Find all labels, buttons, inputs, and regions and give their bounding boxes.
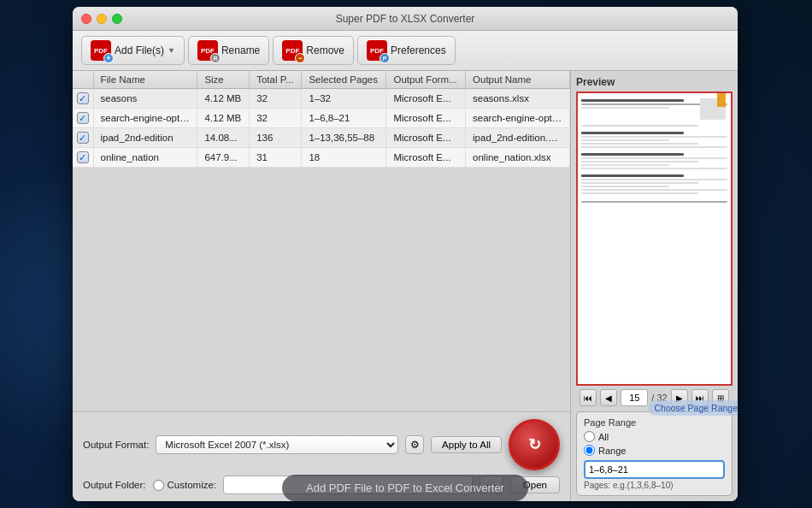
add-files-button[interactable]: PDF Add File(s) ▼: [81, 36, 185, 65]
convert-button[interactable]: ↻: [509, 419, 560, 470]
preview-line-2: [581, 107, 669, 109]
output-format-label: Output Format:: [83, 440, 149, 450]
row-output-format: Microsoft E...: [386, 128, 466, 148]
row-size: 14.08...: [197, 128, 250, 148]
last-page-button[interactable]: ⏭: [691, 389, 709, 406]
toolbar: PDF Add File(s) ▼ PDF Rename PDF Remove …: [73, 31, 738, 71]
rename-label: Rename: [221, 44, 260, 56]
col-size: Size: [197, 71, 250, 89]
col-filename: File Name: [93, 71, 197, 89]
preview-label: Preview: [576, 76, 733, 88]
row-checkbox-cell: ✓: [73, 148, 93, 168]
preview-line-footer: [581, 201, 727, 203]
output-format-row: Output Format: Microsoft Excel 2007 (*.x…: [83, 419, 560, 470]
row-selected-pages: 1–32: [302, 89, 386, 109]
apply-to-all-button[interactable]: Apply to All: [431, 436, 502, 453]
row-checkbox[interactable]: ✓: [77, 112, 89, 124]
row-checkbox-cell: ✓: [73, 109, 93, 128]
row-size: 4.12 MB: [197, 89, 250, 109]
remove-icon: PDF: [282, 40, 303, 61]
row-selected-pages: 18: [302, 148, 386, 168]
close-button[interactable]: [81, 14, 91, 24]
file-table: File Name Size Total P... Selected Pages…: [73, 71, 570, 411]
row-checkbox[interactable]: ✓: [77, 132, 89, 144]
preview-line-4: [581, 136, 727, 138]
page-total: / 32: [651, 393, 667, 403]
maximize-button[interactable]: [112, 14, 122, 24]
preview-line-14: [581, 186, 669, 187]
file-table-body: ✓ seasons 4.12 MB 32 1–32 Microsoft E...…: [73, 89, 570, 168]
add-pdf-button[interactable]: Add PDF File to PDF to Excel Converter: [282, 475, 528, 501]
add-files-label: Add File(s): [115, 44, 164, 56]
preview-line-6: [581, 143, 698, 145]
preferences-icon: PDF: [367, 40, 387, 61]
prev-page-button[interactable]: ◀: [600, 389, 617, 406]
row-output-name: ipad_2nd-edition.xls...: [466, 128, 570, 148]
preferences-button[interactable]: PDF Preferences: [357, 36, 456, 65]
remove-button[interactable]: PDF Remove: [273, 36, 354, 65]
row-selected-pages: 1–13,36,55–88: [302, 128, 386, 148]
row-checkbox-cell: ✓: [73, 128, 93, 148]
preview-line-12: [581, 179, 727, 180]
traffic-lights: [81, 14, 122, 24]
row-checkbox[interactable]: ✓: [77, 151, 89, 163]
row-output-format: Microsoft E...: [386, 89, 466, 109]
preview-page-content: [578, 93, 731, 384]
left-panel: File Name Size Total P... Selected Pages…: [73, 71, 571, 501]
first-page-button[interactable]: ⏮: [580, 389, 597, 406]
preview-line-7: [581, 146, 727, 148]
titlebar: Super PDF to XLSX Converter: [73, 7, 738, 31]
all-radio[interactable]: [584, 431, 595, 442]
preview-line-10: [581, 164, 669, 166]
row-output-name: online_nation.xlsx: [466, 148, 570, 168]
preview-line-15: [581, 189, 727, 191]
row-total-pages: 32: [250, 109, 302, 128]
col-output-name: Output Name: [466, 71, 570, 89]
row-checkbox-cell: ✓: [73, 89, 93, 109]
minimize-button[interactable]: [97, 14, 107, 24]
preview-line-9: [581, 161, 698, 162]
range-label: Range: [598, 446, 626, 456]
page-number-input[interactable]: [621, 389, 648, 406]
bottom-bar: Add PDF File to PDF to Excel Converter: [73, 468, 738, 508]
row-size: 647.9...: [197, 148, 250, 168]
main-content: File Name Size Total P... Selected Pages…: [73, 71, 738, 501]
col-checkbox: [73, 71, 93, 89]
preview-line-8: [581, 157, 727, 159]
table-row[interactable]: ✓ online_nation 647.9... 31 18 Microsoft…: [73, 148, 570, 168]
row-output-name: seasons.xlsx: [466, 89, 570, 109]
preview-line-13: [581, 182, 698, 184]
right-panel: Preview: [571, 71, 738, 501]
row-output-name: search-engine-optim...: [466, 109, 570, 128]
table-row[interactable]: ✓ search-engine-optim... 4.12 MB 32 1–6,…: [73, 109, 570, 128]
window-title: Super PDF to XLSX Converter: [336, 13, 475, 25]
preview-line-5: [581, 139, 669, 141]
preferences-label: Preferences: [391, 44, 446, 56]
files-table: File Name Size Total P... Selected Pages…: [73, 71, 570, 168]
preview-line-11: [581, 168, 727, 169]
next-page-button[interactable]: ▶: [671, 389, 688, 406]
table-row[interactable]: ✓ ipad_2nd-edition 14.08... 136 1–13,36,…: [73, 128, 570, 148]
preview-line-16: [581, 192, 698, 194]
preview-line-3: [581, 125, 698, 127]
remove-label: Remove: [306, 44, 344, 56]
col-total-pages: Total P...: [250, 71, 302, 89]
col-selected-pages: Selected Pages: [302, 71, 386, 89]
rename-button[interactable]: PDF Rename: [188, 36, 269, 65]
format-select[interactable]: Microsoft Excel 2007 (*.xlsx): [156, 435, 398, 454]
preview-subtitle2: [581, 153, 684, 156]
range-radio-option: Range: [584, 445, 725, 456]
rename-icon: PDF: [197, 40, 218, 61]
convert-icon: ↻: [528, 435, 541, 454]
range-radio[interactable]: [584, 445, 595, 456]
all-label: All: [598, 432, 609, 442]
row-filename: ipad_2nd-edition: [93, 128, 197, 148]
preview-subtitle: [581, 132, 684, 134]
row-size: 4.12 MB: [197, 109, 250, 128]
table-row[interactable]: ✓ seasons 4.12 MB 32 1–32 Microsoft E...…: [73, 89, 570, 109]
row-total-pages: 32: [250, 89, 302, 109]
row-filename: online_nation: [93, 148, 197, 168]
row-checkbox[interactable]: ✓: [77, 92, 89, 104]
format-settings-button[interactable]: ⚙: [405, 435, 424, 454]
grid-view-button[interactable]: ⊞: [712, 389, 729, 406]
